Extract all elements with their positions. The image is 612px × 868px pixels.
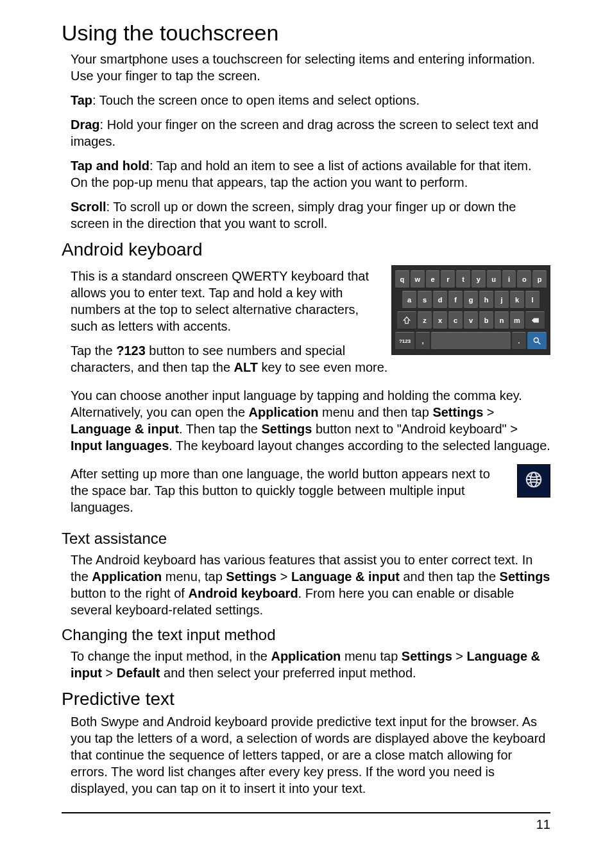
kb-p3-b3: Language & input <box>71 422 179 436</box>
ch-t4: and then select your preferred input met… <box>160 666 416 680</box>
intro-paragraph: Your smartphone uses a touchscreen for s… <box>71 51 550 84</box>
backspace-key-icon <box>525 311 545 329</box>
key-e: e <box>426 270 440 288</box>
kb-p2-b2: ALT <box>234 360 258 374</box>
shift-key-icon <box>397 311 416 329</box>
taphold-label: Tap and hold <box>71 159 149 173</box>
kb-p3-t2: > <box>483 405 494 419</box>
comma-key: , <box>416 332 430 350</box>
scroll-text: : To scroll up or down the screen, simpl… <box>71 200 516 230</box>
key-s: s <box>418 291 432 309</box>
ta-b2: Settings <box>226 569 276 584</box>
ta-b1: Application <box>92 569 162 584</box>
ta-t1: menu, tap <box>162 569 226 584</box>
keyboard-row-3: z x c v b n m <box>395 311 547 329</box>
drag-paragraph: Drag: Hold your finger on the screen and… <box>71 116 550 150</box>
key-y: y <box>472 270 486 288</box>
text-assistance-paragraph: The Android keyboard has various feature… <box>71 551 550 618</box>
keyboard-row-4: ?123 , . <box>395 332 547 350</box>
key-c: c <box>448 311 463 329</box>
android-keyboard-heading: Android keyboard <box>62 239 550 260</box>
key-r: r <box>441 270 455 288</box>
kb-p2-pre: Tap the <box>71 343 116 358</box>
ch-b1: Application <box>271 649 341 663</box>
search-key-icon <box>527 332 547 350</box>
keyboard-row-1: q w e r t y u i o p <box>395 270 547 288</box>
ch-b2: Settings <box>402 649 452 663</box>
ta-t4: button to the right of <box>71 586 188 600</box>
changing-input-method-paragraph: To change the input method, in the Appli… <box>71 648 550 681</box>
kb-p3-b2: Settings <box>432 405 483 419</box>
kb-p3-t3: . Then tap the <box>179 422 262 436</box>
key-v: v <box>464 311 478 329</box>
key-q: q <box>395 270 409 288</box>
key-h: h <box>479 291 493 309</box>
period-key: . <box>512 332 526 350</box>
kb-p3-b5: Input languages <box>71 438 169 453</box>
ch-t1: menu tap <box>341 649 402 663</box>
key-z: z <box>418 311 432 329</box>
key-d: d <box>433 291 447 309</box>
keyboard-paragraph-4: After setting up more than one language,… <box>71 465 550 516</box>
key-j: j <box>495 291 509 309</box>
key-a: a <box>402 291 416 309</box>
space-key <box>431 332 511 350</box>
scroll-paragraph: Scroll: To scroll up or down the screen,… <box>71 198 550 232</box>
kb-p2-b1: ?123 <box>116 343 146 358</box>
ta-b4: Settings <box>500 569 550 584</box>
key-i: i <box>502 270 516 288</box>
key-f: f <box>448 291 463 309</box>
ta-t2: > <box>276 569 291 584</box>
ta-b3: Language & input <box>291 569 400 584</box>
kb-p3-t5: . The keyboard layout changes according … <box>169 438 550 453</box>
key-p: p <box>532 270 547 288</box>
world-button-image <box>517 464 550 498</box>
tap-text: : Touch the screen once to open items an… <box>92 93 420 107</box>
key-k: k <box>510 291 524 309</box>
ch-pre: To change the input method, in the <box>71 649 271 663</box>
kb-p3-t1: menu and then tap <box>318 405 432 419</box>
scroll-label: Scroll <box>71 200 106 214</box>
key-u: u <box>487 270 501 288</box>
drag-text: : Hold your finger on the screen and dra… <box>71 117 538 148</box>
ch-t2: > <box>452 649 467 663</box>
changing-input-method-heading: Changing the text input method <box>62 626 550 644</box>
key-x: x <box>433 311 447 329</box>
kb-p3-b1: Application <box>249 405 319 419</box>
key-w: w <box>411 270 425 288</box>
page-title: Using the touchscreen <box>62 21 550 46</box>
svg-line-1 <box>538 342 541 345</box>
key-o: o <box>517 270 531 288</box>
page-number: 11 <box>0 813 612 832</box>
tap-label: Tap <box>71 93 92 107</box>
keyboard-paragraph-3: You can choose another input language by… <box>71 387 550 454</box>
globe-icon <box>524 470 543 492</box>
tap-paragraph: Tap: Touch the screen once to open items… <box>71 92 550 108</box>
keyboard-row-2: a s d f g h j k l <box>395 291 547 309</box>
text-assistance-heading: Text assistance <box>62 530 550 548</box>
predictive-text-paragraph: Both Swype and Android keyboard provide … <box>71 713 550 797</box>
key-g: g <box>464 291 478 309</box>
kb-p3-t4: button next to "Android keyboard" > <box>312 422 518 436</box>
ch-t3: > <box>102 666 117 680</box>
key-b: b <box>479 311 493 329</box>
svg-point-0 <box>534 338 538 342</box>
drag-label: Drag <box>71 117 100 132</box>
keyboard-image: q w e r t y u i o p a s d <box>391 265 550 355</box>
key-n: n <box>495 311 509 329</box>
key-t: t <box>456 270 470 288</box>
key-l: l <box>525 291 540 309</box>
taphold-paragraph: Tap and hold: Tap and hold an item to se… <box>71 157 550 191</box>
key-m: m <box>510 311 524 329</box>
predictive-text-heading: Predictive text <box>62 689 550 709</box>
ch-b4: Default <box>117 666 160 680</box>
symbols-key: ?123 <box>395 332 414 350</box>
ta-b5: Android keyboard <box>188 586 298 600</box>
kb-p3-b4: Settings <box>262 422 312 436</box>
ta-t3: and then tap the <box>400 569 500 584</box>
kb-p2-post: key to see even more. <box>258 360 387 374</box>
